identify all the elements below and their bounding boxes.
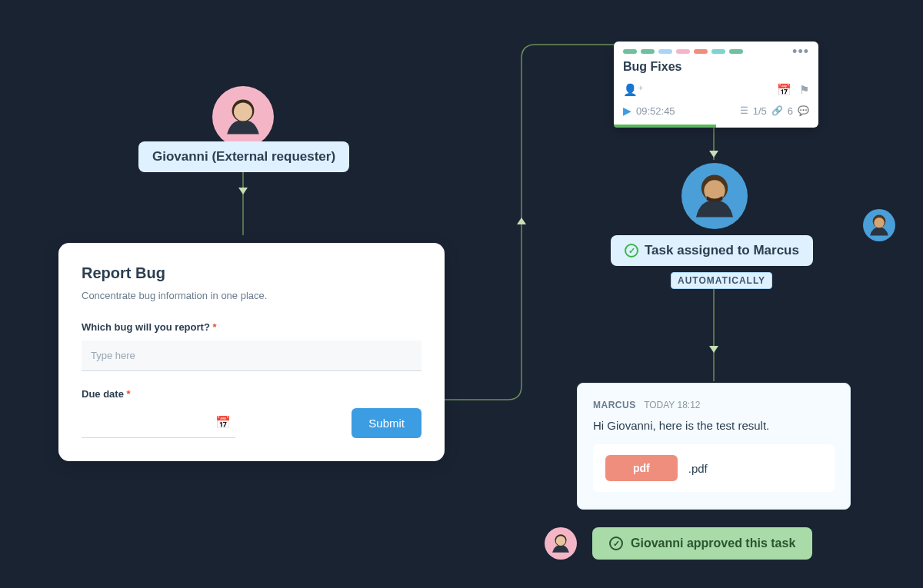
form-title: Report Bug <box>82 264 422 282</box>
task-card[interactable]: ••• Bug Fixes 👤⁺ 📅 ⚑ ▶ 09:52:45 ☰ 1/5 🔗 … <box>614 42 818 128</box>
arrow-head <box>709 346 718 353</box>
chat-author: MARCUS <box>593 400 636 410</box>
task-title: Bug Fixes <box>623 60 809 74</box>
comment-icon[interactable]: 💬 <box>798 105 809 116</box>
card-tags: ••• <box>623 49 809 54</box>
flag-icon[interactable]: ⚑ <box>799 83 809 97</box>
requester-label: Giovanni (External requester) <box>138 141 349 172</box>
attachment-count: 6 <box>788 105 793 117</box>
file-extension: .pdf <box>688 462 708 475</box>
submit-button[interactable]: Submit <box>352 408 422 438</box>
chat-body: Hi Giovanni, here is the test result. <box>593 419 835 432</box>
chat-time: TODAY 18:12 <box>644 400 700 410</box>
chat-message: MARCUS TODAY 18:12 Hi Giovanni, here is … <box>577 383 851 510</box>
check-icon: ✓ <box>609 537 623 550</box>
report-bug-form: Report Bug Concentrate bug information i… <box>58 243 445 461</box>
tag-chip <box>623 49 637 54</box>
field-label-due: Due date * <box>82 388 235 400</box>
timer-value: 09:52:45 <box>636 105 675 117</box>
tag-chip <box>676 49 690 54</box>
chat-meta: MARCUS TODAY 18:12 <box>593 397 835 411</box>
svg-point-1 <box>234 103 252 121</box>
arrow-head <box>238 188 248 194</box>
avatar-giovanni-small[interactable] <box>545 527 577 560</box>
bug-input[interactable] <box>82 341 422 371</box>
arrow-head <box>517 218 526 224</box>
assignment-label: ✓ Task assigned to Marcus <box>611 235 813 266</box>
tag-chip <box>694 49 708 54</box>
file-type-badge: pdf <box>605 455 678 481</box>
avatar-marcus-small[interactable] <box>863 209 895 241</box>
checklist-count: 1/5 <box>753 105 767 117</box>
approval-text: Giovanni approved this task <box>631 537 795 550</box>
requester-label-text: Giovanni (External requester) <box>152 149 335 164</box>
assignee-icon[interactable]: 👤⁺ <box>623 83 644 97</box>
tag-chip <box>641 49 655 54</box>
due-date-input[interactable]: 📅 <box>82 407 235 438</box>
avatar-giovanni <box>212 86 274 148</box>
approval-banner: ✓ Giovanni approved this task <box>592 527 812 560</box>
tag-chip <box>658 49 672 54</box>
assignment-text: Task assigned to Marcus <box>645 243 799 258</box>
svg-point-5 <box>874 218 884 228</box>
checklist-icon: ☰ <box>740 105 748 116</box>
file-attachment[interactable]: pdf .pdf <box>593 444 835 492</box>
attachment-icon: 🔗 <box>771 105 783 116</box>
more-icon[interactable]: ••• <box>792 49 809 54</box>
avatar-marcus <box>681 163 748 229</box>
check-icon: ✓ <box>625 244 638 257</box>
tag-chip <box>729 49 743 54</box>
calendar-icon: 📅 <box>215 415 231 430</box>
svg-point-7 <box>556 536 566 546</box>
arrow-head <box>709 151 718 158</box>
auto-badge: AUTOMATICALLY <box>671 272 772 289</box>
field-label-bug: Which bug will you report? * <box>82 321 422 333</box>
progress-bar <box>614 125 716 128</box>
calendar-icon[interactable]: 📅 <box>777 83 791 97</box>
play-icon[interactable]: ▶ <box>623 105 631 117</box>
form-subtitle: Concentrate bug information in one place… <box>82 290 422 301</box>
tag-chip <box>711 49 725 54</box>
